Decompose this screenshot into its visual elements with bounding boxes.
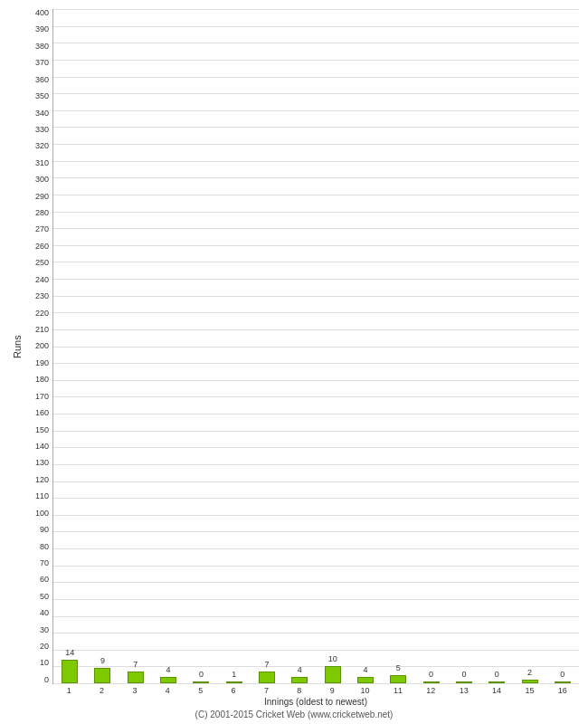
grid-line-0 (53, 683, 579, 684)
bar-12: 0 (423, 681, 440, 683)
x-tick-7: 7 (250, 684, 282, 695)
bar-group-1: 14 (53, 9, 86, 683)
y-tick-120: 120 (35, 476, 49, 484)
y-tick-240: 240 (35, 276, 49, 284)
bar-group-14: 0 (480, 9, 513, 683)
bar-group-16: 0 (546, 9, 579, 683)
y-tick-390: 390 (35, 25, 49, 33)
y-tick-80: 80 (40, 543, 49, 551)
bar-4: 4 (160, 677, 176, 683)
bar-group-3: 7 (119, 9, 152, 683)
bar-group-8: 4 (283, 9, 316, 683)
y-tick-30: 30 (40, 626, 49, 634)
bar-label-1: 14 (62, 648, 77, 657)
y-tick-40: 40 (40, 609, 49, 617)
bar-1: 14 (62, 660, 78, 683)
y-tick-360: 360 (35, 76, 49, 84)
bar-label-10: 4 (358, 665, 373, 674)
y-tick-200: 200 (35, 342, 49, 350)
y-tick-260: 260 (35, 243, 49, 251)
y-tick-70: 70 (40, 559, 49, 567)
bar-9: 10 (325, 666, 341, 683)
x-tick-15: 15 (513, 684, 545, 695)
x-tick-6: 6 (217, 684, 250, 695)
bar-label-5: 0 (194, 670, 208, 679)
y-tick-90: 90 (40, 526, 49, 534)
y-tick-140: 140 (35, 443, 49, 451)
bar-label-12: 0 (424, 670, 439, 679)
bar-label-6: 1 (227, 670, 242, 679)
bar-7: 7 (259, 672, 275, 683)
bar-label-15: 2 (523, 668, 537, 677)
bar-group-7: 7 (251, 9, 283, 683)
bar-group-9: 10 (317, 9, 349, 683)
bars-area: 149740174104500020 (53, 9, 579, 683)
y-tick-0: 0 (44, 676, 49, 684)
x-axis-label: Innings (oldest to newest) (52, 697, 579, 707)
y-tick-320: 320 (35, 142, 49, 150)
bar-label-7: 7 (260, 660, 274, 669)
y-tick-60: 60 (40, 576, 49, 584)
y-tick-310: 310 (35, 159, 49, 167)
bar-label-9: 10 (326, 654, 340, 663)
y-tick-50: 50 (40, 593, 49, 601)
y-tick-330: 330 (35, 126, 49, 134)
bar-group-11: 5 (382, 9, 414, 683)
bar-13: 0 (456, 681, 472, 683)
x-tick-1: 1 (52, 684, 85, 695)
x-tick-16: 16 (546, 684, 579, 695)
bar-6: 1 (226, 681, 242, 683)
bar-group-15: 2 (513, 9, 545, 683)
y-tick-230: 230 (35, 292, 49, 300)
plot-area: 149740174104500020 (52, 9, 579, 684)
bar-group-4: 4 (152, 9, 185, 683)
bar-label-13: 0 (457, 670, 471, 679)
x-tick-8: 8 (283, 684, 316, 695)
y-tick-150: 150 (35, 426, 49, 434)
bar-8: 4 (291, 677, 308, 683)
bar-label-16: 0 (555, 670, 570, 679)
y-tick-220: 220 (35, 310, 49, 318)
bar-14: 0 (488, 681, 505, 683)
y-tick-100: 100 (35, 510, 49, 518)
y-tick-340: 340 (35, 110, 49, 118)
chart-area: Runs 40039038037036035034033032031030029… (9, 9, 579, 684)
y-tick-210: 210 (35, 326, 49, 334)
bar-group-13: 0 (448, 9, 480, 683)
y-tick-10: 10 (40, 659, 49, 667)
x-tick-3: 3 (119, 684, 151, 695)
bar-label-8: 4 (292, 665, 307, 674)
bar-2: 9 (94, 668, 110, 683)
y-tick-400: 400 (35, 9, 49, 17)
y-tick-370: 370 (35, 59, 49, 67)
x-tick-4: 4 (151, 684, 184, 695)
bar-label-3: 7 (128, 660, 143, 669)
bar-group-6: 1 (218, 9, 251, 683)
x-tick-11: 11 (382, 684, 414, 695)
bar-3: 7 (128, 672, 144, 683)
y-tick-170: 170 (35, 393, 49, 401)
bar-15: 2 (522, 680, 538, 683)
bar-label-4: 4 (161, 665, 175, 674)
y-tick-300: 300 (35, 176, 49, 184)
y-tick-290: 290 (35, 193, 49, 201)
y-tick-270: 270 (35, 225, 49, 233)
x-tick-14: 14 (480, 684, 513, 695)
x-axis: 12345678910111213141516 (52, 684, 579, 695)
y-tick-280: 280 (35, 209, 49, 217)
x-tick-10: 10 (348, 684, 381, 695)
y-tick-20: 20 (40, 643, 49, 651)
y-tick-250: 250 (35, 259, 49, 267)
y-tick-350: 350 (35, 92, 49, 100)
bar-5: 0 (193, 681, 209, 683)
y-tick-130: 130 (35, 459, 49, 467)
bar-group-5: 0 (185, 9, 217, 683)
x-tick-2: 2 (85, 684, 118, 695)
bar-group-2: 9 (86, 9, 119, 683)
x-tick-9: 9 (316, 684, 348, 695)
bar-label-11: 5 (391, 663, 405, 672)
bar-10: 4 (357, 677, 374, 683)
y-tick-180: 180 (35, 376, 49, 384)
footer: (C) 2001-2015 Cricket Web (www.cricketwe… (9, 707, 579, 719)
bar-group-10: 4 (349, 9, 382, 683)
